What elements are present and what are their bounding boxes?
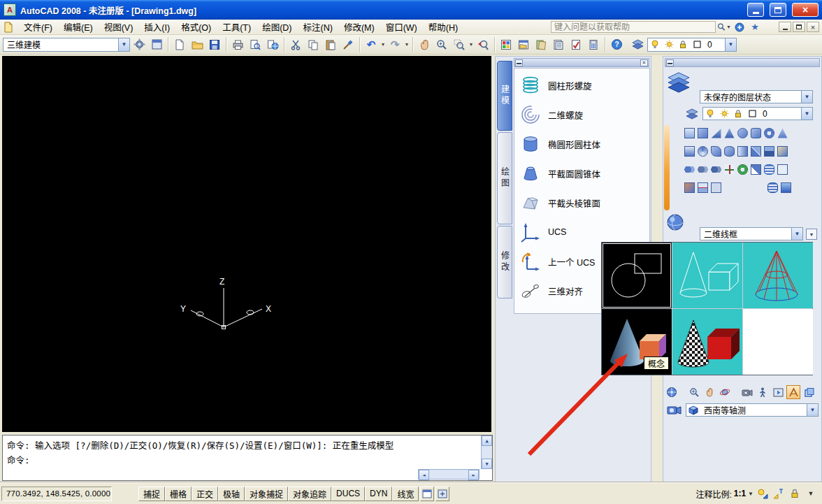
sheet-set-manager-button[interactable] (550, 36, 567, 53)
tool-pyramid-frustum[interactable]: 平截头棱锥面 (514, 188, 649, 217)
designcenter-button[interactable] (515, 36, 532, 53)
annotation-visibility-icon[interactable] (756, 487, 770, 501)
zoom-flyout-arrow[interactable]: ▼ (468, 36, 474, 53)
favorites-star-icon[interactable]: ★ (748, 21, 762, 33)
scroll-up-icon[interactable]: ▲ (482, 435, 492, 446)
scroll-down-icon[interactable]: ▼ (482, 459, 492, 469)
orbit-icon[interactable] (718, 385, 732, 399)
current-layer-dropdown-arrow[interactable]: ▼ (801, 108, 812, 120)
menu-help[interactable]: 帮助(H) (423, 18, 463, 36)
walk-icon[interactable] (756, 385, 770, 399)
wedge-icon[interactable] (711, 128, 721, 138)
open-file-button[interactable] (189, 36, 206, 53)
pan-button[interactable] (416, 36, 433, 53)
search-icon[interactable]: ▼ (717, 21, 731, 33)
polysolid-icon[interactable] (684, 128, 695, 138)
dashboard-tab-modeling[interactable]: 建模 (497, 61, 512, 131)
toolbar-lock-icon[interactable] (788, 487, 802, 501)
undo-dropdown-arrow[interactable]: ▼ (380, 36, 386, 53)
sweep-icon[interactable] (711, 146, 721, 157)
annotation-autoscale-icon[interactable] (772, 487, 786, 501)
layer-manager-icon[interactable] (686, 108, 698, 120)
markup-set-manager-button[interactable] (568, 36, 584, 53)
panel-accent-bar[interactable] (664, 125, 670, 210)
doc-close-button[interactable]: × (807, 22, 819, 32)
snap-toggle[interactable]: 捕捉 (138, 487, 165, 501)
pan-small-icon[interactable] (702, 385, 716, 399)
convert-to-solid-icon[interactable] (777, 146, 788, 157)
layer-properties-manager-button[interactable] (629, 36, 646, 53)
help-button[interactable]: ? (608, 36, 625, 53)
loft-icon[interactable] (724, 146, 735, 157)
create-camera-icon[interactable] (667, 403, 682, 417)
quickcalc-button[interactable] (585, 36, 602, 53)
extract-edges-icon[interactable] (777, 164, 788, 175)
workspace-dropdown-arrow[interactable]: ▼ (118, 38, 129, 51)
sun-icon[interactable] (662, 38, 676, 50)
restore-button[interactable] (770, 3, 786, 17)
layers-control-icon[interactable] (668, 72, 690, 93)
zoom-window-button[interactable] (451, 36, 468, 53)
panel-close-button[interactable]: ✕ (640, 59, 648, 66)
lock-icon[interactable] (731, 108, 745, 120)
view-dropdown-arrow[interactable]: ▼ (807, 404, 818, 416)
command-vscrollbar[interactable]: ▲ ▼ (481, 435, 492, 469)
helix-small-icon[interactable] (764, 164, 774, 175)
dyn-toggle[interactable]: DYN (365, 487, 392, 501)
visual-style-manager-button[interactable]: ▼ (806, 229, 817, 240)
otrack-toggle[interactable]: 对象追踪 (288, 487, 331, 501)
help-search-input[interactable] (551, 21, 716, 33)
steering-wheel-icon[interactable] (665, 385, 679, 399)
workspace-settings-button[interactable] (131, 36, 147, 53)
communication-center-icon[interactable] (733, 21, 747, 33)
intersect-icon[interactable] (711, 164, 721, 175)
zoom-extents-icon[interactable] (687, 385, 701, 399)
flatshot-icon[interactable] (711, 182, 721, 193)
polar-toggle[interactable]: 极轴 (218, 487, 245, 501)
drawing-area[interactable]: Z X Y (2, 56, 491, 432)
menu-dimension[interactable]: 标注(N) (298, 18, 338, 36)
slice-icon[interactable] (751, 146, 761, 157)
press-pull-icon[interactable] (737, 146, 748, 157)
my-workspace-button[interactable] (148, 36, 165, 53)
redo-dropdown-arrow[interactable]: ▼ (404, 36, 410, 53)
command-prompt-line[interactable]: 命令: (7, 453, 30, 466)
menu-view[interactable]: 视图(V) (99, 18, 139, 36)
scroll-left-icon[interactable]: ◄ (419, 470, 429, 480)
style-2d-wireframe-cell[interactable] (602, 243, 672, 308)
command-window[interactable]: 命令: 输入选项 [?/删除(D)/正交(O)/恢复(R)/保存(S)/设置(E… (2, 435, 493, 481)
plot-preview-button[interactable] (247, 36, 264, 53)
status-menu-chevron-icon[interactable]: ▼ (804, 487, 818, 501)
layer-combo[interactable]: 0 ▼ (647, 38, 737, 52)
doc-minimize-button[interactable] (779, 22, 791, 32)
sphere-icon[interactable] (737, 128, 748, 138)
menu-modify[interactable]: 修改(M) (338, 18, 380, 36)
layer-color-chip[interactable] (690, 38, 704, 50)
align-3d-small-icon[interactable] (751, 164, 761, 175)
zoom-realtime-button[interactable] (433, 36, 450, 53)
save-button[interactable] (206, 36, 223, 53)
rotate-3d-icon[interactable] (737, 164, 748, 175)
parallel-projection-button[interactable] (802, 385, 816, 399)
lock-icon[interactable] (676, 38, 690, 50)
workspace-combo[interactable]: 三维建模 ▼ (3, 38, 130, 52)
helix-tool-icon[interactable] (767, 182, 778, 193)
redo-button[interactable]: ↷ (387, 36, 403, 53)
ducs-toggle[interactable]: DUCS (331, 487, 365, 501)
paste-button[interactable] (322, 36, 339, 53)
cylinder-icon[interactable] (751, 128, 761, 138)
menu-edit[interactable]: 编辑(E) (58, 18, 99, 36)
coordinate-display[interactable]: 770.3492, 148.5425, 0.0000 (1, 487, 112, 501)
osnap-toggle[interactable]: 对象捕捉 (245, 487, 288, 501)
tool-2d-spiral[interactable]: 二维螺旋 (514, 100, 649, 129)
layer-state-combo[interactable]: 未保存的图层状态 ▼ (700, 90, 813, 103)
move-3d-icon[interactable] (724, 164, 735, 175)
tool-cylindrical-helix[interactable]: 圆柱形螺旋 (514, 71, 649, 100)
match-properties-button[interactable] (340, 36, 356, 53)
menu-format[interactable]: 格式(O) (175, 18, 217, 36)
union-icon[interactable] (684, 164, 695, 175)
menu-file[interactable]: 文件(F) (18, 18, 58, 36)
perspective-projection-button[interactable] (786, 385, 800, 399)
view-combo[interactable]: 西南等轴测 ▼ (686, 403, 819, 417)
panel-collapse-button[interactable]: ▬ (666, 59, 674, 66)
